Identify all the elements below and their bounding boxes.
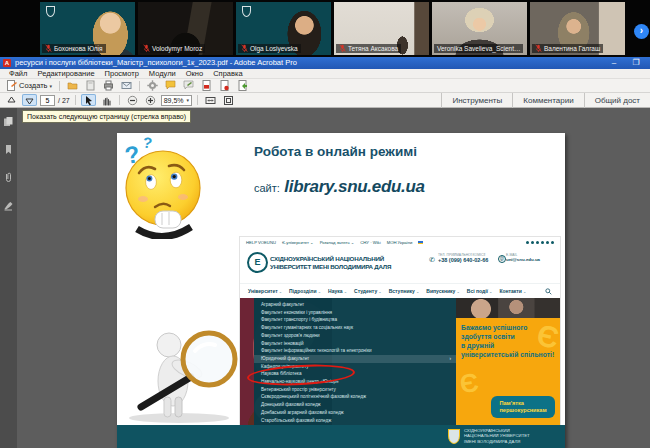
window-title: ресурси і послуги бібліотеки_Магістр_пси… bbox=[15, 57, 297, 69]
site-header: Е СХІДНОУКРАЇНСЬКИЙ НАЦІОНАЛЬНИЙ УНІВЕРС… bbox=[240, 247, 560, 283]
utility-link[interactable]: СНУ · Wiki bbox=[360, 240, 380, 245]
promo-photo-strip bbox=[456, 298, 560, 318]
site-hero-section: Аграрний факультетФакультет економіки і … bbox=[240, 298, 560, 425]
site-nav-item[interactable]: Всі події bbox=[467, 288, 493, 294]
menu-item[interactable]: Справка bbox=[208, 69, 247, 79]
slide-site-line: сайт: library.snu.edu.ua bbox=[254, 177, 425, 197]
create-form-button[interactable] bbox=[217, 80, 232, 92]
dropdown-menu-item[interactable]: Донбаський аграрний фаховий коледж bbox=[254, 409, 456, 417]
menu-item[interactable]: Файл bbox=[4, 69, 32, 79]
page-number-input[interactable] bbox=[40, 95, 55, 106]
participant-tile[interactable]: Валентина Галгаш bbox=[530, 2, 625, 55]
dropdown-menu-item[interactable]: Факультет здоров'я людини bbox=[254, 332, 456, 340]
site-nav-item[interactable]: Вступнику bbox=[389, 288, 420, 294]
site-nav-item[interactable]: Університет bbox=[248, 288, 282, 294]
pdf-doc-icon bbox=[201, 80, 212, 91]
menu-item[interactable]: Окно bbox=[181, 69, 208, 79]
printer-icon bbox=[103, 80, 114, 91]
comment-button[interactable] bbox=[163, 80, 178, 92]
participant-tile[interactable]: Veronika Savelieva_Scient… bbox=[432, 2, 527, 55]
participant-tile[interactable]: Volodymyr Moroz bbox=[138, 2, 233, 55]
site-utility-bar: HELP VOEUNUЄ-університет ⌄Розклад занять… bbox=[240, 237, 560, 247]
select-tool-button[interactable] bbox=[81, 94, 96, 106]
panel-tab[interactable]: Общий дост bbox=[584, 93, 650, 108]
next-participants-button[interactable]: › bbox=[634, 24, 649, 39]
video-strip: Бохонкова Юлія Volodymyr Moroz bbox=[0, 0, 650, 57]
dropdown-menu-item[interactable]: Старобільський фаховий коледж bbox=[254, 417, 456, 425]
site-nav-item[interactable]: Студенту bbox=[354, 288, 382, 294]
dropdown-menu-item[interactable]: Юридичний факультет bbox=[254, 355, 456, 363]
save-file-button[interactable] bbox=[83, 80, 98, 92]
signatures-icon[interactable] bbox=[3, 200, 14, 211]
export-pdf-button[interactable] bbox=[199, 80, 214, 92]
utility-link[interactable]: Розклад занять ⌄ bbox=[320, 240, 355, 245]
next-page-button[interactable] bbox=[22, 94, 37, 106]
fit-width-icon bbox=[205, 95, 216, 106]
utility-link[interactable]: Є-університет ⌄ bbox=[282, 240, 314, 245]
previous-page-button[interactable] bbox=[4, 94, 19, 106]
menu-item[interactable]: Модули bbox=[144, 69, 181, 79]
main-toolbar: Создать ▾ bbox=[0, 79, 650, 93]
arrow-up-icon bbox=[6, 95, 17, 106]
email-button[interactable] bbox=[119, 80, 134, 92]
panel-tab[interactable]: Инструменты bbox=[441, 93, 512, 108]
bookmarks-icon[interactable] bbox=[3, 144, 14, 155]
dropdown-menu-item[interactable]: Донецький фаховий коледж bbox=[254, 401, 456, 409]
menu-item[interactable]: Просмотр bbox=[100, 69, 144, 79]
attachments-icon[interactable] bbox=[3, 172, 14, 183]
dropdown-menu-item[interactable]: Ветеранський простір університету bbox=[254, 386, 456, 394]
menu-item[interactable]: Редактирование bbox=[32, 69, 99, 79]
print-button[interactable] bbox=[101, 80, 116, 92]
dropdown-menu-item[interactable]: Факультет інформаційних технологій та ел… bbox=[254, 347, 456, 355]
site-nav-item[interactable]: Підрозділи bbox=[289, 288, 321, 294]
zoom-level-combobox[interactable]: 89,5% ▾ bbox=[161, 95, 192, 106]
thinking-emoji-graphic bbox=[121, 143, 203, 239]
tools-gear-button[interactable] bbox=[145, 80, 160, 92]
participant-tile[interactable]: Тетяна Аксакова bbox=[334, 2, 429, 55]
site-nav-item[interactable]: Контакти bbox=[499, 288, 526, 294]
dropdown-menu-item[interactable]: Факультет економіки і управління bbox=[254, 309, 456, 317]
send-sign-button[interactable] bbox=[235, 80, 250, 92]
phone-number: +38 (099) 640-02-66 bbox=[438, 257, 488, 263]
ukraine-flag-icon bbox=[418, 241, 423, 244]
site-nav-item[interactable]: Наука bbox=[328, 288, 347, 294]
zoom-in-button[interactable] bbox=[143, 94, 158, 106]
utility-link[interactable]: МОН України bbox=[387, 240, 413, 245]
page-thumbnails-icon[interactable] bbox=[3, 116, 14, 127]
site-nav-item[interactable]: Випускнику bbox=[426, 288, 460, 294]
dropdown-menu-item[interactable]: Сєвєродонецький політехнічний фаховий ко… bbox=[254, 393, 456, 401]
participant-tile[interactable]: Бохонкова Юлія bbox=[40, 2, 135, 55]
logo-watermark: Є bbox=[458, 367, 481, 400]
hand-tool-button[interactable] bbox=[99, 94, 114, 106]
zoom-out-button[interactable] bbox=[125, 94, 140, 106]
participant-name: Бохонкова Юлія bbox=[54, 44, 103, 53]
fit-width-button[interactable] bbox=[203, 94, 218, 106]
dropdown-menu-item[interactable]: Факультет інновацій bbox=[254, 340, 456, 348]
participant-name: Валентина Галгаш bbox=[544, 44, 600, 53]
panel-tab[interactable]: Комментарии bbox=[512, 93, 583, 108]
annotate-button[interactable] bbox=[181, 80, 196, 92]
open-file-button[interactable] bbox=[65, 80, 80, 92]
utility-link[interactable]: HELP VOEUNU bbox=[246, 240, 276, 245]
search-icon[interactable] bbox=[545, 288, 552, 295]
dropdown-menu-item[interactable]: Факультет гуманітарних та соціальних нау… bbox=[254, 324, 456, 332]
fit-page-icon bbox=[223, 95, 234, 106]
minimize-button[interactable]: – bbox=[606, 57, 622, 68]
phone-block: ✆ ТЕЛ. ПРИЙМАЛЬНОЇ КОМІСІЇ +38 (099) 640… bbox=[438, 253, 488, 263]
fit-page-button[interactable] bbox=[221, 94, 236, 106]
promo-line: університетській спільноті! bbox=[461, 350, 554, 359]
create-pdf-button[interactable]: Создать ▾ bbox=[4, 80, 54, 92]
titlebar[interactable]: A ресурси і послуги бібліотеки_Магістр_п… bbox=[0, 57, 650, 69]
participant-tile[interactable]: Olga Losiyevska bbox=[236, 2, 331, 55]
email-address: uni@snu.edu.ua bbox=[506, 257, 540, 262]
university-emblem-icon bbox=[46, 6, 55, 17]
dropdown-menu-item[interactable]: Аграрний факультет bbox=[254, 301, 456, 309]
freshman-guide-button[interactable]: Пам'яткапершокурсникам bbox=[491, 396, 555, 418]
dropdown-menu-item[interactable]: Факультет транспорту і будівництва bbox=[254, 316, 456, 324]
social-icons[interactable] bbox=[526, 241, 554, 244]
library-website-screenshot: HELP VOEUNUЄ-університет ⌄Розклад занять… bbox=[240, 237, 560, 425]
maximize-button[interactable]: ❐ bbox=[628, 57, 644, 68]
create-pdf-icon bbox=[6, 80, 17, 91]
participant-name-label: Тетяна Аксакова bbox=[336, 44, 401, 53]
phone-icon: ✆ bbox=[429, 256, 435, 264]
